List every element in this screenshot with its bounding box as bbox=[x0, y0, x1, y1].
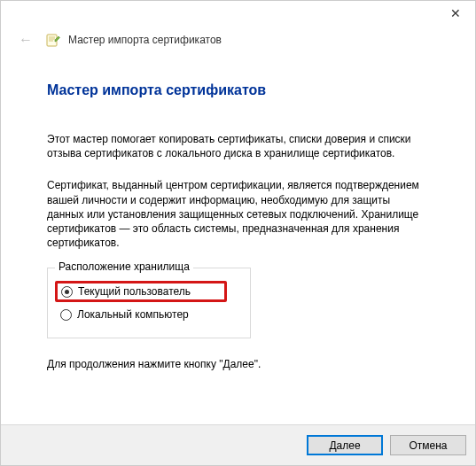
wizard-content: Мастер импорта сертификатов Этот мастер … bbox=[1, 56, 475, 370]
storage-location-legend: Расположение хранилища bbox=[55, 260, 193, 273]
radio-current-user[interactable]: Текущий пользователь bbox=[55, 281, 227, 302]
wizard-footer: Далее Отмена bbox=[1, 424, 475, 465]
radio-icon bbox=[60, 309, 72, 321]
radio-label: Текущий пользователь bbox=[78, 285, 191, 298]
close-button[interactable]: ✕ bbox=[436, 1, 475, 26]
page-title: Мастер импорта сертификатов bbox=[47, 82, 429, 98]
continue-hint: Для продолжения нажмите кнопку "Далее". bbox=[47, 358, 429, 370]
title-bar: ✕ bbox=[1, 1, 475, 27]
radio-icon bbox=[61, 286, 73, 298]
certificate-wizard-icon bbox=[45, 32, 61, 48]
description-paragraph: Сертификат, выданный центром сертификаци… bbox=[47, 178, 429, 250]
storage-location-group: Расположение хранилища Текущий пользоват… bbox=[47, 268, 251, 338]
radio-label: Локальный компьютер bbox=[77, 308, 189, 321]
next-button[interactable]: Далее bbox=[307, 435, 383, 455]
wizard-header-title: Мастер импорта сертификатов bbox=[68, 34, 222, 46]
wizard-header: ← Мастер импорта сертификатов bbox=[1, 27, 475, 56]
back-arrow-icon[interactable]: ← bbox=[13, 31, 38, 49]
intro-paragraph: Этот мастер помогает копировать сертифик… bbox=[47, 132, 429, 160]
cancel-button[interactable]: Отмена bbox=[390, 435, 466, 455]
close-icon: ✕ bbox=[450, 6, 461, 20]
radio-local-computer[interactable]: Локальный компьютер bbox=[59, 306, 239, 323]
